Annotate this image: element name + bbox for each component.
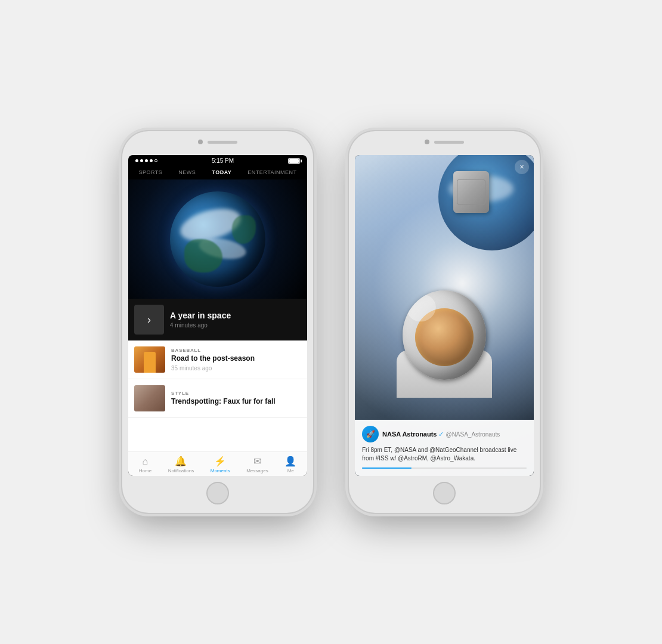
news-list: BASEBALL Road to the post-season 35 minu… — [128, 340, 307, 451]
featured-thumbnail: › — [134, 305, 164, 335]
home-icon: ⌂ — [143, 456, 149, 467]
phone1-screen: 5:15 PM SPORTS NEWS TODAY ENTERTAINMENT — [128, 155, 307, 476]
battery-icon — [288, 158, 300, 164]
astronaut-suit — [355, 290, 534, 380]
battery-fill — [289, 159, 299, 163]
baseball-thumbnail — [134, 346, 165, 373]
style-thumbnail — [134, 385, 165, 411]
nav-home[interactable]: ⌂ Home — [139, 456, 151, 473]
baseball-figure — [144, 352, 156, 373]
close-icon: × — [519, 163, 524, 171]
me-label: Me — [287, 468, 294, 473]
featured-text: A year in space 4 minutes ago — [170, 311, 301, 329]
bottom-nav: ⌂ Home 🔔 Notifications ⚡ Moments ✉ Messa… — [128, 451, 307, 476]
nav-messages[interactable]: ✉ Messages — [246, 456, 268, 473]
chevron-icon: › — [147, 314, 151, 326]
signal-dot-5 — [154, 159, 157, 162]
moments-label: Moments — [211, 468, 230, 473]
tweet-display-name: NASA Astronauts — [382, 431, 437, 438]
messages-label: Messages — [246, 468, 268, 473]
suit-equipment-pack — [453, 171, 489, 213]
signal-dot-1 — [135, 159, 138, 162]
suit-pack-detail — [457, 179, 485, 205]
tweet-progress-bar — [362, 467, 527, 469]
style-text: STYLE Trendspotting: Faux fur for fall — [171, 391, 301, 407]
tweet-author: 🚀 NASA Astronauts ✓ @NASA_Astronauts — [362, 426, 527, 442]
tweet-avatar: 🚀 — [362, 426, 379, 442]
front-camera-2 — [425, 140, 429, 144]
tweet-name-row: NASA Astronauts ✓ @NASA_Astronauts — [382, 431, 500, 438]
notifications-icon: 🔔 — [175, 456, 187, 467]
nav-me[interactable]: 👤 Me — [284, 456, 296, 473]
baseball-headline: Road to the post-season — [171, 354, 301, 364]
featured-card[interactable]: › A year in space 4 minutes ago — [128, 299, 307, 340]
status-bar: 5:15 PM — [128, 155, 307, 165]
tweet-card: 🚀 NASA Astronauts ✓ @NASA_Astronauts Fri… — [355, 420, 534, 476]
moments-icon: ⚡ — [214, 456, 226, 467]
home-label: Home — [139, 468, 151, 473]
news-item-baseball[interactable]: BASEBALL Road to the post-season 35 minu… — [128, 340, 307, 379]
phone2-notch — [425, 140, 464, 144]
featured-time: 4 minutes ago — [170, 322, 301, 329]
phone-2: × 🚀 NASA Astronauts ✓ @NASA_Astronauts F… — [349, 131, 540, 513]
signal-dot-3 — [145, 159, 148, 162]
featured-title: A year in space — [170, 311, 301, 321]
tab-sports[interactable]: SPORTS — [136, 168, 165, 177]
tweet-progress-fill — [362, 467, 412, 469]
baseball-category: BASEBALL — [171, 348, 301, 353]
earth-illustration — [170, 191, 265, 287]
close-button[interactable]: × — [515, 160, 529, 174]
baseball-time: 35 minutes ago — [171, 365, 301, 371]
hero-image[interactable] — [128, 179, 307, 299]
profile-icon: 👤 — [284, 456, 296, 467]
notifications-label: Notifications — [168, 468, 194, 473]
phone2-screen: × 🚀 NASA Astronauts ✓ @NASA_Astronauts F… — [355, 155, 534, 476]
earth-land-2 — [232, 215, 256, 244]
signal-dot-2 — [140, 159, 143, 162]
front-camera — [198, 140, 203, 144]
astronaut-helmet — [403, 290, 486, 380]
status-time: 5:15 PM — [212, 157, 234, 164]
phone-1: 5:15 PM SPORTS NEWS TODAY ENTERTAINMENT — [122, 131, 313, 513]
tab-news[interactable]: NEWS — [176, 168, 198, 177]
signal-dots — [135, 159, 157, 162]
nav-moments[interactable]: ⚡ Moments — [211, 456, 230, 473]
phone-notch — [198, 140, 237, 144]
nav-notifications[interactable]: 🔔 Notifications — [168, 456, 194, 473]
verified-icon: ✓ — [438, 431, 444, 438]
tweet-handle: @NASA_Astronauts — [446, 431, 500, 438]
home-button[interactable] — [206, 482, 229, 504]
nav-tabs: SPORTS NEWS TODAY ENTERTAINMENT — [128, 165, 307, 179]
phone2-speaker — [434, 141, 464, 144]
phone-speaker — [208, 141, 237, 144]
baseball-text: BASEBALL Road to the post-season 35 minu… — [171, 348, 301, 371]
signal-dot-4 — [150, 159, 153, 162]
messages-icon: ✉ — [253, 456, 261, 467]
tab-entertainment[interactable]: ENTERTAINMENT — [245, 168, 299, 177]
style-headline: Trendspotting: Faux fur for fall — [171, 397, 301, 407]
home-button-2[interactable] — [433, 482, 456, 504]
news-item-style[interactable]: STYLE Trendspotting: Faux fur for fall — [128, 379, 307, 418]
tweet-text: Fri 8pm ET, @NASA and @NatGeoChannel bro… — [362, 446, 527, 463]
style-category: STYLE — [171, 391, 301, 396]
tab-today[interactable]: TODAY — [209, 168, 234, 177]
